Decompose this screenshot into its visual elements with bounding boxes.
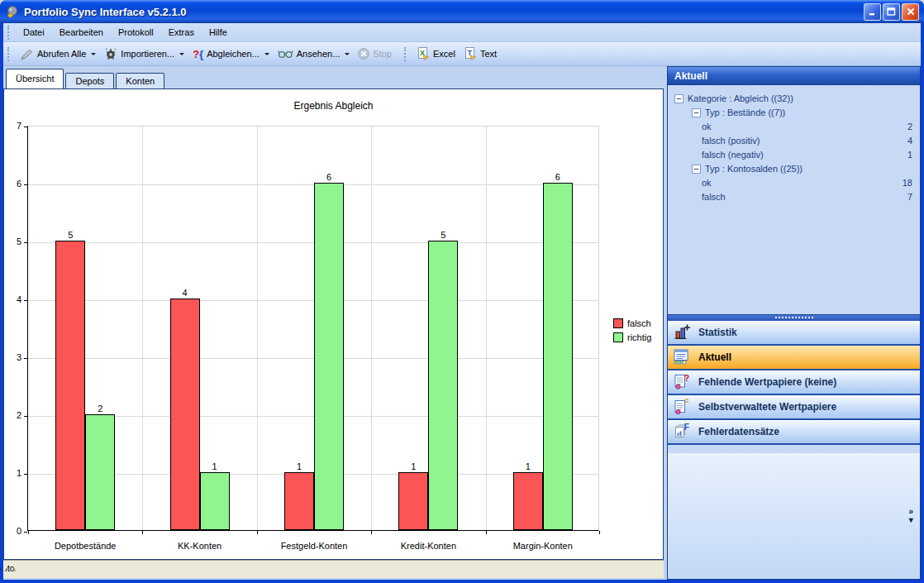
app-icon: [5, 4, 20, 19]
shortcut-aktuell[interactable]: Aktuell: [668, 346, 920, 370]
menu-item-hilfe[interactable]: Hilfe: [202, 25, 235, 41]
menu-item-datei[interactable]: Datei: [16, 25, 52, 41]
y-axis-tick: [24, 416, 27, 417]
shortcut-fehlerdatens-tze[interactable]: FFehlerdatensätze: [668, 420, 920, 445]
tree-item[interactable]: Kategorie : Abgleich ((32)): [668, 92, 920, 106]
tree-item-count: 18: [903, 176, 912, 190]
bar-value-label: 2: [83, 404, 117, 413]
y-axis-tick: [24, 242, 27, 243]
toolbar-button-stop: Stop: [354, 46, 396, 61]
tab-bersicht[interactable]: Übersicht: [6, 69, 64, 88]
dropdown-arrow-icon[interactable]: [345, 53, 350, 55]
x-axis-tick: [28, 531, 29, 534]
minimize-button[interactable]: [864, 3, 881, 21]
y-axis-tick: [24, 358, 27, 359]
legend-swatch: [613, 332, 623, 342]
bar-value-label: 1: [512, 461, 545, 471]
panel-splitter[interactable]: [668, 314, 920, 321]
toolbar-grip[interactable]: [7, 47, 12, 61]
bar-value-label: 5: [426, 230, 460, 240]
tree-item[interactable]: ok18: [668, 176, 920, 190]
toolbar-button-ansehen[interactable]: Ansehen...: [274, 47, 355, 60]
y-axis-tick-label: 3: [5, 352, 21, 362]
splitter-grip-icon: [775, 317, 813, 318]
bar-falsch: [55, 241, 85, 530]
x-axis-tick: [257, 531, 258, 534]
tree-item[interactable]: Typ : Kontosalden ((25)): [668, 162, 920, 176]
menubar-grip[interactable]: [7, 26, 12, 40]
collapse-toggle-icon[interactable]: [674, 94, 683, 103]
menu-item-protokoll[interactable]: Protokoll: [111, 25, 161, 41]
close-button[interactable]: [902, 3, 919, 21]
chart-plot-area: 01234567DepotbeständeKK-KontenFestgeld-K…: [27, 126, 599, 531]
tree-item[interactable]: falsch (negativ)1: [668, 148, 920, 162]
window-controls: [864, 3, 919, 21]
dropdown-arrow-icon[interactable]: [91, 53, 96, 55]
stop-icon: [358, 48, 369, 60]
chart-legend: falschrichtig: [613, 318, 651, 346]
y-axis-tick: [24, 532, 27, 533]
menu-item-bearbeiten[interactable]: Bearbeiten: [52, 25, 111, 41]
configure-buttons-dropdown-icon[interactable]: ▾: [909, 516, 913, 524]
tab-depots[interactable]: Depots: [65, 73, 114, 88]
shortcut-button-group: StatistikAktuell?Fehlende Wertpapiere (k…: [668, 321, 920, 453]
toolbar-button-excel[interactable]: XExcel: [412, 45, 460, 62]
shortcut-fehlende-wertpapiere-keine[interactable]: ?Fehlende Wertpapiere (keine): [668, 370, 920, 395]
y-axis-tick-label: 6: [5, 179, 21, 189]
dropdown-arrow-icon[interactable]: [179, 53, 184, 55]
error-records-icon: F: [673, 423, 691, 440]
tree-item-count: 1: [907, 148, 912, 162]
shortcut-statistik[interactable]: Statistik: [668, 321, 920, 346]
tree-item-count: 2: [907, 120, 912, 134]
bar-richtig: [200, 472, 230, 530]
x-axis-tick: [599, 531, 600, 534]
application-window: Portfolio Sync Interface v5.2.1.0 DateiB…: [0, 0, 924, 583]
toolbar-button-importieren[interactable]: Importieren...: [100, 45, 188, 62]
y-axis-tick: [24, 300, 27, 301]
y-axis-tick-label: 5: [5, 237, 21, 246]
toolbar-button-abrufen-alle[interactable]: Abrufen Alle: [16, 46, 100, 62]
toolbar-button-text[interactable]: TText: [460, 45, 501, 62]
x-axis-category-label: Margin-Konten: [486, 541, 600, 551]
bar-falsch: [398, 472, 428, 530]
gridline: [28, 242, 598, 243]
panel-footer: » ▾: [668, 453, 920, 580]
svg-text:?: ?: [683, 373, 689, 383]
minimize-icon: [869, 8, 877, 16]
excel-icon: X: [417, 47, 430, 60]
bar-value-label: 4: [169, 288, 202, 298]
menu-bar: DateiBearbeitenProtokollExtrasHilfe: [3, 23, 921, 42]
y-axis-tick-label: 4: [5, 294, 21, 304]
toolbar-export-group: XExcelTText: [412, 45, 501, 62]
collapse-toggle-icon[interactable]: [692, 165, 701, 174]
tree-item[interactable]: ok2: [668, 120, 920, 134]
legend-swatch: [613, 318, 623, 328]
menu-item-extras[interactable]: Extras: [161, 25, 202, 41]
bar-value-label: 6: [312, 172, 345, 182]
collapse-toggle-icon[interactable]: [692, 108, 701, 117]
statistics-icon: [673, 323, 691, 341]
maximize-icon: [887, 7, 896, 16]
tree-item[interactable]: Typ : Bestände ((7)): [668, 106, 920, 120]
dropdown-arrow-icon[interactable]: [264, 53, 269, 55]
maximize-button[interactable]: [883, 3, 900, 21]
bar-value-label: 1: [283, 461, 316, 471]
title-bar[interactable]: Portfolio Sync Interface v5.2.1.0: [0, 0, 924, 23]
toolbar-grip[interactable]: [404, 47, 408, 61]
x-axis-tick: [486, 531, 487, 534]
panel-header: Aktuell: [668, 67, 920, 85]
shortcut-selbstverwaltete-wertpapiere[interactable]: Selbstverwaltete Wertpapiere: [668, 395, 920, 420]
toolbar-button-abgleichen[interactable]: ?{Abgleichen...: [188, 47, 274, 61]
tree-item[interactable]: falsch7: [668, 190, 920, 204]
x-axis-category-label: KK-Konten: [142, 541, 256, 551]
bottom-tab-bar: ProtokollErgebnis Abgleich: [3, 560, 664, 578]
tree-item-count: 7: [907, 190, 912, 204]
top-tab-strip: ÜbersichtDepotsKonten: [3, 69, 166, 88]
toolbar-main-group: Abrufen AlleImportieren...?{Abgleichen..…: [16, 45, 396, 62]
y-axis-tick: [24, 474, 27, 475]
menu-items: DateiBearbeitenProtokollExtrasHilfe: [16, 25, 235, 41]
tree-item[interactable]: falsch (positiv)4: [668, 134, 920, 148]
tab-konten[interactable]: Konten: [116, 73, 164, 88]
x-axis-tick: [371, 531, 372, 534]
reconcile-icon: ?{: [193, 49, 203, 60]
